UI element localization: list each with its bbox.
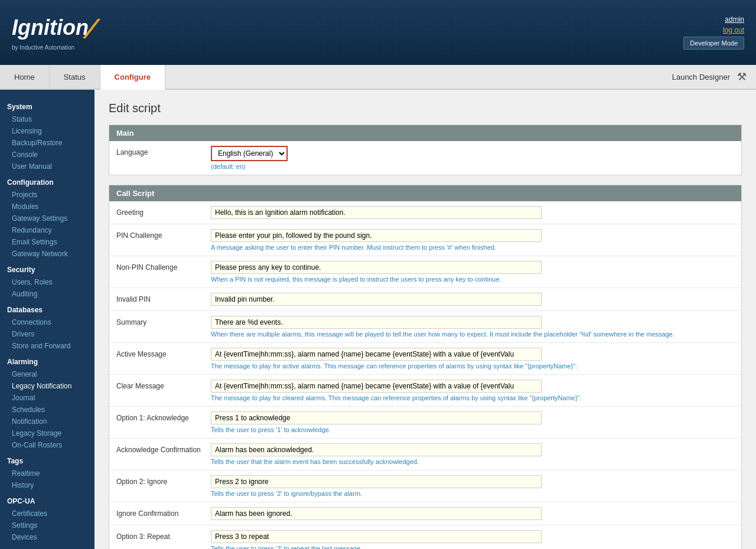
tab-status[interactable]: Status bbox=[50, 65, 100, 89]
summary-row: Summary When there are multiple alarms, … bbox=[109, 311, 741, 343]
summary-field: When there are multiple alarms, this mes… bbox=[211, 316, 734, 338]
sidebar-item-schedules[interactable]: Schedules bbox=[0, 404, 94, 416]
language-default-hint: (default: en) bbox=[211, 163, 734, 170]
clear-message-label: Clear Message bbox=[116, 380, 211, 390]
tab-configure[interactable]: Configure bbox=[100, 65, 165, 90]
pin-challenge-input[interactable] bbox=[211, 229, 542, 242]
launch-designer-button[interactable]: Launch Designer bbox=[672, 73, 730, 81]
sidebar-item-store-forward[interactable]: Store and Forward bbox=[0, 340, 94, 352]
sidebar-section-security: Security bbox=[0, 260, 94, 276]
option3-repeat-row: Option 3: Repeat Tells the user to press… bbox=[109, 525, 741, 549]
sidebar-item-drivers[interactable]: Drivers bbox=[0, 328, 94, 340]
option1-acknowledge-field: Tells the user to press '1' to acknowled… bbox=[211, 411, 734, 433]
non-pin-challenge-input[interactable] bbox=[211, 261, 542, 274]
layout: System Status Licensing Backup/Restore C… bbox=[0, 90, 756, 549]
option3-repeat-input[interactable] bbox=[211, 530, 542, 543]
header-user-area: admin log out Developer Mode bbox=[683, 15, 744, 50]
option2-ignore-label: Option 2: Ignore bbox=[116, 475, 211, 486]
sidebar-item-legacy-storage[interactable]: Legacy Storage bbox=[0, 427, 94, 439]
wrench-icon[interactable]: ⚒ bbox=[737, 70, 747, 83]
invalid-pin-input[interactable] bbox=[211, 293, 542, 306]
call-script-section: Call Script Greeting PIN Challenge A mes… bbox=[109, 185, 742, 549]
sidebar-item-projects[interactable]: Projects bbox=[0, 189, 94, 201]
ignore-confirmation-input[interactable] bbox=[211, 507, 542, 520]
sidebar-item-devices[interactable]: Devices bbox=[0, 531, 94, 543]
sidebar-section-tags: Tags bbox=[0, 451, 94, 468]
navbar-right: Launch Designer ⚒ bbox=[672, 65, 756, 89]
sidebar-item-gateway-network[interactable]: Gateway Network bbox=[0, 248, 94, 260]
sidebar-item-history[interactable]: History bbox=[0, 479, 94, 491]
navbar: Home Status Configure Launch Designer ⚒ bbox=[0, 65, 756, 90]
non-pin-challenge-hint: When a PIN is not required, this message… bbox=[211, 276, 734, 283]
sidebar-section-configuration: Configuration bbox=[0, 172, 94, 189]
sidebar-item-licensing[interactable]: Licensing bbox=[0, 125, 94, 137]
non-pin-challenge-field: When a PIN is not required, this message… bbox=[211, 261, 734, 283]
sidebar-item-general[interactable]: General bbox=[0, 368, 94, 380]
option3-repeat-hint: Tells the user to press '3' to repeat th… bbox=[211, 545, 734, 549]
page-title: Edit script bbox=[109, 102, 742, 115]
tab-home[interactable]: Home bbox=[0, 65, 50, 89]
ignore-confirmation-field bbox=[211, 507, 734, 520]
sidebar-item-certificates[interactable]: Certificates bbox=[0, 508, 94, 519]
logo-area: Ignition∕ by Inductive Automation bbox=[12, 15, 93, 51]
greeting-row: Greeting bbox=[109, 201, 741, 224]
main-content: Edit script Main Language English (Gener… bbox=[94, 90, 756, 549]
option2-ignore-input[interactable] bbox=[211, 475, 542, 488]
pin-challenge-label: PIN Challenge bbox=[116, 229, 211, 240]
sidebar-item-redundancy[interactable]: Redundancy bbox=[0, 224, 94, 236]
sidebar-item-realtime[interactable]: Realtime bbox=[0, 468, 94, 479]
language-field: English (General) English (US) Spanish F… bbox=[211, 146, 734, 170]
option3-repeat-field: Tells the user to press '3' to repeat th… bbox=[211, 530, 734, 549]
sidebar-item-notification[interactable]: Notification bbox=[0, 416, 94, 427]
sidebar-item-console[interactable]: Console bbox=[0, 149, 94, 161]
pin-challenge-hint: A message asking the user to enter their… bbox=[211, 244, 734, 251]
pin-challenge-row: PIN Challenge A message asking the user … bbox=[109, 224, 741, 256]
sidebar-item-backup-restore[interactable]: Backup/Restore bbox=[0, 137, 94, 149]
sidebar-item-legacy-notification[interactable]: Legacy Notification bbox=[0, 380, 94, 392]
active-message-field: The message to play for active alarms. T… bbox=[211, 348, 734, 370]
logout-link[interactable]: log out bbox=[723, 26, 744, 34]
sidebar-item-on-call-rosters[interactable]: On-Call Rosters bbox=[0, 439, 94, 451]
option2-ignore-field: Tells the user to press '2' to ignore/by… bbox=[211, 475, 734, 497]
main-section-header: Main bbox=[109, 125, 741, 141]
logo-subtitle: by Inductive Automation bbox=[12, 44, 74, 51]
logo-exclaim: ∕ bbox=[89, 13, 93, 44]
acknowledge-confirmation-input[interactable] bbox=[211, 443, 542, 456]
non-pin-challenge-row: Non-PIN Challenge When a PIN is not requ… bbox=[109, 256, 741, 288]
sidebar-item-modules[interactable]: Modules bbox=[0, 201, 94, 213]
option1-acknowledge-input[interactable] bbox=[211, 411, 542, 424]
summary-label: Summary bbox=[116, 316, 211, 326]
acknowledge-confirmation-field: Tells the user that the alarm event has … bbox=[211, 443, 734, 465]
language-select[interactable]: English (General) English (US) Spanish F… bbox=[211, 146, 288, 161]
active-message-input[interactable] bbox=[211, 348, 542, 361]
greeting-input[interactable] bbox=[211, 206, 542, 219]
sidebar-item-settings[interactable]: Settings bbox=[0, 519, 94, 531]
sidebar-item-email-settings[interactable]: Email Settings bbox=[0, 236, 94, 248]
option3-repeat-label: Option 3: Repeat bbox=[116, 530, 211, 541]
sidebar-section-opc-ua: OPC-UA bbox=[0, 491, 94, 508]
active-message-label: Active Message bbox=[116, 348, 211, 358]
clear-message-row: Clear Message The message to play for cl… bbox=[109, 375, 741, 407]
sidebar-item-connections[interactable]: Connections bbox=[0, 316, 94, 328]
pin-challenge-field: A message asking the user to enter their… bbox=[211, 229, 734, 251]
sidebar-section-databases: Databases bbox=[0, 300, 94, 316]
clear-message-hint: The message to play for cleared alarms. … bbox=[211, 394, 734, 401]
sidebar: System Status Licensing Backup/Restore C… bbox=[0, 90, 94, 549]
sidebar-section-alarming: Alarming bbox=[0, 352, 94, 368]
language-row: Language English (General) English (US) … bbox=[109, 141, 741, 175]
summary-input[interactable] bbox=[211, 316, 542, 329]
active-message-row: Active Message The message to play for a… bbox=[109, 343, 741, 375]
option2-ignore-row: Option 2: Ignore Tells the user to press… bbox=[109, 470, 741, 502]
sidebar-item-user-manual[interactable]: User Manual bbox=[0, 161, 94, 172]
non-pin-challenge-label: Non-PIN Challenge bbox=[116, 261, 211, 272]
ignore-confirmation-label: Ignore Confirmation bbox=[116, 507, 211, 518]
sidebar-item-users-roles[interactable]: Users, Roles bbox=[0, 276, 94, 288]
sidebar-item-status[interactable]: Status bbox=[0, 113, 94, 125]
logo: Ignition∕ bbox=[12, 15, 93, 43]
sidebar-item-journal[interactable]: Journal bbox=[0, 392, 94, 404]
sidebar-item-auditing[interactable]: Auditing bbox=[0, 288, 94, 300]
sidebar-item-gateway-settings[interactable]: Gateway Settings bbox=[0, 213, 94, 224]
admin-link[interactable]: admin bbox=[725, 15, 744, 24]
clear-message-input[interactable] bbox=[211, 380, 542, 393]
dev-mode-button[interactable]: Developer Mode bbox=[683, 37, 744, 50]
